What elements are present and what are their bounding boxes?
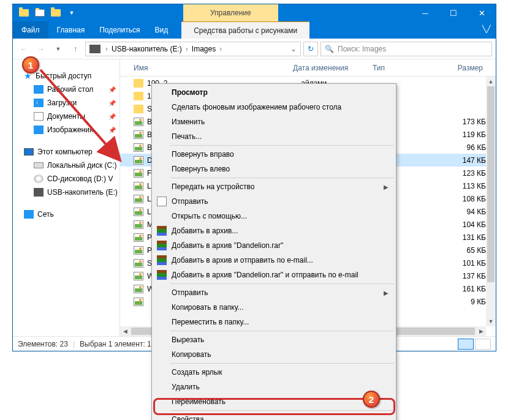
- ctx-cast[interactable]: Передать на устройство▶: [153, 179, 395, 194]
- ctx-add-email[interactable]: Добавить в архив и отправить по e-mail..…: [153, 253, 395, 268]
- ctx-add-rar-email[interactable]: Добавить в архив "Dandelion.rar" и отпра…: [153, 268, 395, 282]
- breadcrumb-sep: ›: [103, 45, 110, 53]
- nav-pictures[interactable]: Изображения📌: [13, 123, 119, 137]
- address-bar[interactable]: › USB-накопитель (E:) › Images › ⌄: [85, 42, 301, 56]
- view-details-button[interactable]: [458, 339, 474, 350]
- nav-cd-drive[interactable]: CD-дисковод (D:) V: [13, 172, 119, 186]
- image-icon: [134, 182, 143, 190]
- file-tab[interactable]: Файл: [13, 21, 48, 39]
- ctx-edit[interactable]: Изменить: [153, 114, 395, 129]
- pictures-icon: [34, 126, 44, 134]
- ctx-send[interactable]: Отправить: [153, 194, 395, 209]
- scroll-right-icon[interactable]: ▶: [476, 326, 486, 336]
- nav-this-pc[interactable]: Этот компьютер: [13, 145, 119, 159]
- scroll-down-icon[interactable]: ▼: [486, 317, 496, 326]
- image-icon: [134, 233, 143, 242]
- scroll-left-icon[interactable]: ◀: [120, 326, 130, 336]
- image-icon: [134, 298, 143, 306]
- breadcrumb-segment[interactable]: Images: [191, 45, 217, 53]
- minimize-button[interactable]: ─: [411, 4, 439, 21]
- folder-icon: [134, 79, 143, 88]
- nav-up-button[interactable]: ↑: [68, 42, 83, 56]
- search-input[interactable]: 🔍 Поиск: Images: [320, 42, 492, 56]
- qat-dropdown-icon[interactable]: ▼: [64, 6, 79, 20]
- nav-back-button[interactable]: ←: [17, 42, 31, 56]
- file-size: 161 КБ: [441, 285, 486, 293]
- ctx-print[interactable]: Печать...: [153, 129, 395, 144]
- breadcrumb-segment[interactable]: USB-накопитель (E:): [110, 45, 183, 53]
- network-icon: [24, 210, 34, 219]
- ribbon-collapse-icon[interactable]: ╲╱: [482, 25, 491, 33]
- ctx-copy[interactable]: Копировать: [153, 347, 395, 362]
- view-icons-button[interactable]: [475, 339, 491, 350]
- image-icon: [134, 220, 143, 229]
- ctx-set-wallpaper[interactable]: Сделать фоновым изображением рабочего ст…: [153, 100, 395, 114]
- file-size: 147 КБ: [441, 156, 486, 165]
- col-header-name[interactable]: Имя: [134, 64, 293, 72]
- file-size: 104 КБ: [441, 220, 486, 229]
- image-icon: [134, 195, 143, 203]
- nav-network[interactable]: Сеть: [13, 208, 119, 221]
- file-size: 137 КБ: [441, 272, 486, 280]
- tab-picture-tools[interactable]: Средства работы с рисунками: [181, 21, 309, 39]
- ctx-cut[interactable]: Вырезать: [153, 332, 395, 347]
- contextual-tab-header: Управление: [183, 4, 278, 21]
- breadcrumb-sep: ›: [217, 45, 224, 53]
- annotation-badge-1: 1: [22, 56, 39, 73]
- ctx-rotate-left[interactable]: Повернуть влево: [153, 162, 395, 176]
- refresh-button[interactable]: ↻: [303, 42, 318, 56]
- pin-icon: 📌: [108, 86, 116, 93]
- folder-icon: [134, 92, 143, 100]
- nav-usb-drive[interactable]: USB-накопитель (E:): [13, 186, 119, 199]
- nav-desktop[interactable]: Рабочий стол📌: [13, 83, 119, 96]
- ctx-shortcut[interactable]: Создать ярлык: [153, 365, 395, 380]
- rar-icon: [157, 270, 167, 280]
- ctx-separator: [170, 363, 394, 364]
- file-size: 108 КБ: [441, 195, 486, 203]
- status-item-count: Элементов: 23: [18, 340, 68, 348]
- folder-icon: [134, 105, 143, 113]
- app-icon[interactable]: [17, 6, 31, 20]
- tab-home[interactable]: Главная: [50, 21, 93, 39]
- maximize-button[interactable]: ☐: [439, 4, 468, 21]
- col-header-size[interactable]: Размер: [434, 64, 483, 72]
- pin-icon: 📌: [108, 127, 116, 133]
- vertical-scrollbar[interactable]: ▲ ▼: [486, 77, 496, 326]
- file-size: 65 КБ: [441, 246, 486, 255]
- qat-properties-icon[interactable]: [32, 6, 47, 20]
- scroll-thumb[interactable]: [487, 86, 495, 282]
- tab-share[interactable]: Поделиться: [92, 21, 147, 39]
- ctx-delete[interactable]: Удалить: [153, 380, 395, 394]
- col-header-date[interactable]: Дата изменения: [293, 64, 373, 72]
- ctx-open-with[interactable]: Открыть с помощью...: [153, 209, 395, 223]
- ctx-copy-to[interactable]: Копировать в папку...: [153, 300, 395, 315]
- file-size: 131 КБ: [441, 233, 486, 242]
- nav-documents[interactable]: Документы📌: [13, 110, 119, 123]
- close-button[interactable]: ✕: [468, 4, 496, 21]
- ctx-separator: [170, 178, 394, 178]
- pin-icon: 📌: [108, 113, 116, 120]
- file-size: 101 КБ: [441, 259, 486, 268]
- ctx-add-archive[interactable]: Добавить в архив...: [153, 223, 395, 238]
- col-header-type[interactable]: Тип: [373, 64, 434, 72]
- ctx-send-to[interactable]: Отправить▶: [153, 285, 395, 300]
- qat-newfolder-icon[interactable]: [48, 6, 63, 20]
- ctx-separator: [170, 145, 394, 146]
- ctx-rotate-right[interactable]: Повернуть вправо: [153, 147, 395, 162]
- desktop-icon: [34, 85, 44, 94]
- nav-history-dropdown[interactable]: ▼: [51, 42, 66, 56]
- ctx-view[interactable]: Просмотр: [153, 85, 395, 100]
- nav-downloads[interactable]: ↓Загрузки📌: [13, 96, 119, 110]
- scroll-up-icon[interactable]: ▲: [486, 77, 496, 86]
- nav-forward-button[interactable]: →: [34, 42, 48, 56]
- address-dropdown-icon[interactable]: ⌄: [287, 45, 300, 53]
- ctx-add-rar[interactable]: Добавить в архив "Dandelion.rar": [153, 238, 395, 253]
- tab-view[interactable]: Вид: [147, 21, 175, 39]
- ctx-move-to[interactable]: Переместить в папку...: [153, 315, 395, 329]
- image-icon: [134, 285, 143, 293]
- ctx-properties[interactable]: Свойства: [153, 412, 395, 420]
- ctx-rename[interactable]: Переименовать: [153, 394, 395, 409]
- nav-local-disk[interactable]: Локальный диск (C:): [13, 159, 119, 172]
- file-size: 173 КБ: [441, 118, 486, 126]
- usb-icon: [34, 188, 44, 197]
